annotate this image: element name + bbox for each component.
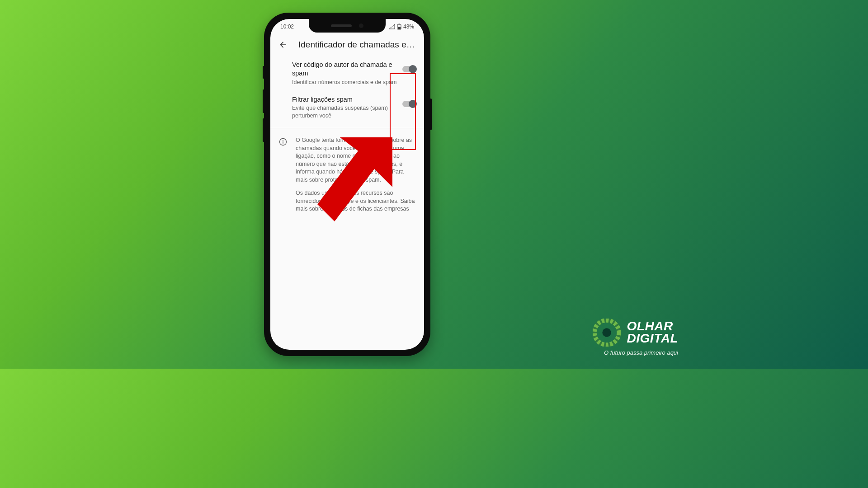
setting-subtitle: Identificar números comerciais e de spam: [292, 79, 397, 86]
toggle-caller-id-spam[interactable]: [402, 66, 416, 72]
watermark-logo-icon: [593, 319, 621, 347]
setting-caller-id-spam[interactable]: Ver código do autor da chamada e spam Id…: [270, 56, 424, 91]
setting-filter-spam[interactable]: Filtrar ligações spam Evite que chamadas…: [270, 91, 424, 125]
page-title: Identificador de chamadas e sp...: [298, 40, 416, 50]
info-paragraph-2: Os dados usados nesses recursos são forn…: [296, 189, 416, 213]
info-section: O Google tenta fornecer informações sobr…: [270, 132, 424, 218]
back-arrow-icon[interactable]: [278, 40, 288, 49]
watermark-brand: OLHAR DIGITAL: [627, 320, 678, 344]
divider: [270, 128, 424, 128]
speaker-grille: [331, 24, 352, 27]
battery-icon: [397, 23, 401, 30]
side-button: [263, 89, 264, 113]
toggle-filter-spam[interactable]: [402, 101, 416, 107]
watermark: OLHAR DIGITAL O futuro passa primeiro aq…: [593, 319, 678, 356]
signal-icon: [389, 24, 395, 29]
svg-point-4: [283, 140, 283, 141]
side-button: [263, 118, 264, 142]
watermark-tagline: O futuro passa primeiro aqui: [604, 349, 678, 356]
setting-subtitle: Evite que chamadas suspeitas (spam) pert…: [292, 104, 397, 120]
svg-rect-5: [283, 141, 283, 144]
setting-title: Filtrar ligações spam: [292, 95, 397, 104]
info-paragraph-1: O Google tenta fornecer informações sobr…: [296, 136, 416, 184]
side-button: [263, 66, 264, 79]
phone-frame: 10:02 43% Identificador de chamadas e sp…: [264, 13, 430, 356]
status-time: 10:02: [280, 23, 294, 30]
setting-title: Ver código do autor da chamada e spam: [292, 61, 397, 78]
phone-notch: [309, 19, 386, 33]
svg-rect-1: [398, 24, 400, 25]
status-battery-pct: 43%: [403, 23, 414, 30]
svg-point-9: [602, 328, 611, 337]
info-icon: [278, 137, 288, 146]
svg-rect-2: [398, 27, 401, 29]
front-camera: [359, 23, 363, 28]
side-button: [430, 99, 432, 130]
phone-screen: 10:02 43% Identificador de chamadas e sp…: [270, 19, 424, 350]
app-bar: Identificador de chamadas e sp...: [270, 34, 424, 56]
